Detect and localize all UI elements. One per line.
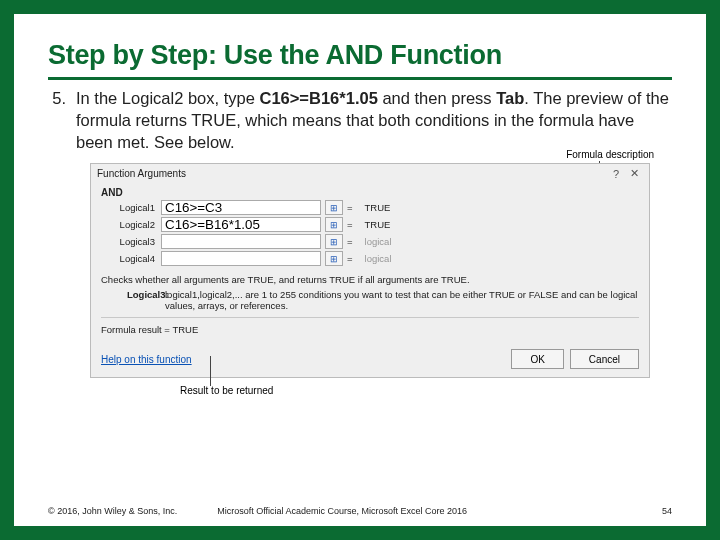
arg-input-logical4[interactable] [161, 251, 321, 266]
function-arguments-dialog: Function Arguments ? ✕ AND Logical1 ⊞ = … [90, 163, 650, 378]
leader-line [210, 356, 211, 386]
close-button[interactable]: ✕ [625, 167, 643, 180]
help-button[interactable]: ? [607, 168, 625, 180]
function-name: AND [101, 187, 639, 198]
step-text-pre: In the Logical2 box, type [76, 89, 259, 107]
course-name: Microsoft Official Academic Course, Micr… [217, 506, 662, 516]
range-picker-icon[interactable]: ⊞ [325, 217, 343, 232]
slide-title: Step by Step: Use the AND Function [48, 40, 672, 71]
dialog-footer: Help on this function OK Cancel [91, 343, 649, 377]
arg-label: Logical3 [101, 236, 161, 247]
equals-sign: = [347, 219, 353, 230]
arg-label: Logical1 [101, 202, 161, 213]
slide: Step by Step: Use the AND Function 5. In… [0, 0, 720, 540]
callout-result-returned: Result to be returned [180, 385, 273, 396]
step-text-mid: and then press [378, 89, 496, 107]
arg-desc-text: logical1,logical2,... are 1 to 255 condi… [165, 289, 639, 311]
arg-result: TRUE [365, 202, 391, 213]
arg-label: Logical4 [101, 253, 161, 264]
arg-row: Logical4 ⊞ = logical [101, 251, 639, 266]
step-number: 5. [48, 88, 76, 153]
arg-result: logical [365, 253, 392, 264]
dialog-body: AND Logical1 ⊞ = TRUE Logical2 ⊞ = TRUE … [91, 183, 649, 343]
callout-label: Formula description [566, 149, 654, 160]
result-label: Formula result = [101, 324, 170, 335]
divider [48, 77, 672, 80]
arg-row: Logical1 ⊞ = TRUE [101, 200, 639, 215]
page-number: 54 [662, 506, 672, 516]
cancel-button[interactable]: Cancel [570, 349, 639, 369]
help-link[interactable]: Help on this function [101, 354, 192, 365]
range-picker-icon[interactable]: ⊞ [325, 234, 343, 249]
argument-description: Logical3: logical1,logical2,... are 1 to… [101, 289, 639, 311]
arg-label: Logical2 [101, 219, 161, 230]
result-value: TRUE [172, 324, 198, 335]
range-picker-icon[interactable]: ⊞ [325, 251, 343, 266]
slide-footer: © 2016, John Wiley & Sons, Inc. Microsof… [48, 506, 672, 516]
arg-input-logical3[interactable] [161, 234, 321, 249]
step-key: Tab [496, 89, 524, 107]
callout-formula-desc: Formula description [566, 149, 654, 160]
arg-row: Logical3 ⊞ = logical [101, 234, 639, 249]
formula-result: Formula result = TRUE [101, 317, 639, 335]
arg-result: logical [365, 236, 392, 247]
step-5: 5. In the Logical2 box, type C16>=B16*1.… [48, 88, 672, 153]
range-picker-icon[interactable]: ⊞ [325, 200, 343, 215]
arg-input-logical1[interactable] [161, 200, 321, 215]
arg-desc-key: Logical3: [101, 289, 165, 311]
equals-sign: = [347, 236, 353, 247]
ok-button[interactable]: OK [511, 349, 563, 369]
step-code: C16>=B16*1.05 [259, 89, 377, 107]
copyright: © 2016, John Wiley & Sons, Inc. [48, 506, 177, 516]
equals-sign: = [347, 202, 353, 213]
callout-label: Result to be returned [180, 385, 273, 396]
function-description: Checks whether all arguments are TRUE, a… [101, 274, 639, 285]
step-body: In the Logical2 box, type C16>=B16*1.05 … [76, 88, 672, 153]
dialog-title: Function Arguments [97, 168, 607, 179]
dialog-figure: Formula description Function Arguments ?… [90, 163, 650, 378]
arg-input-logical2[interactable] [161, 217, 321, 232]
dialog-header: Function Arguments ? ✕ [91, 164, 649, 183]
arg-row: Logical2 ⊞ = TRUE [101, 217, 639, 232]
equals-sign: = [347, 253, 353, 264]
arg-result: TRUE [365, 219, 391, 230]
